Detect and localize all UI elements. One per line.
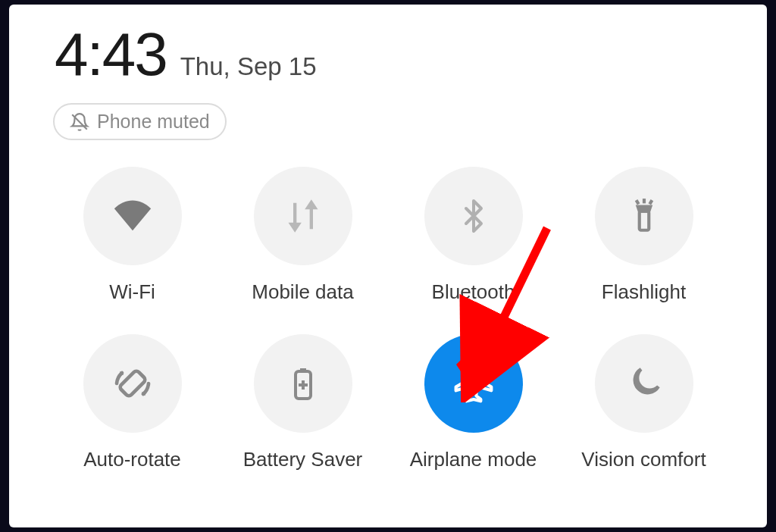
- bluetooth-toggle[interactable]: [424, 167, 523, 265]
- mobile-data-tile: Mobile data: [225, 167, 380, 304]
- status-header: 4:43 Thu, Sep 15: [55, 20, 729, 89]
- flashlight-tile: Flashlight: [566, 167, 721, 304]
- auto-rotate-toggle[interactable]: [83, 334, 182, 433]
- battery-saver-label: Battery Saver: [243, 448, 363, 471]
- auto-rotate-label: Auto-rotate: [83, 448, 181, 471]
- mobile-data-toggle[interactable]: [254, 167, 352, 265]
- auto-rotate-icon: [110, 361, 155, 406]
- quick-settings-grid: Wi-Fi Mobile data B: [47, 167, 729, 471]
- airplane-icon: [451, 361, 496, 406]
- svg-rect-1: [639, 211, 649, 230]
- vision-comfort-toggle[interactable]: [595, 334, 693, 433]
- clock-date: Thu, Sep 15: [180, 52, 317, 81]
- wifi-toggle[interactable]: [83, 167, 182, 265]
- clock-time: 4:43: [55, 20, 167, 89]
- muted-label: Phone muted: [97, 111, 210, 133]
- wifi-tile: Wi-Fi: [55, 167, 210, 304]
- wifi-icon: [110, 193, 155, 239]
- mobile-data-label: Mobile data: [252, 280, 353, 304]
- quick-settings-panel: 4:43 Thu, Sep 15 Phone muted Wi-Fi: [9, 5, 767, 527]
- airplane-mode-label: Airplane mode: [410, 448, 537, 471]
- svg-line-3: [636, 200, 638, 204]
- battery-saver-toggle[interactable]: [254, 334, 352, 433]
- phone-muted-chip[interactable]: Phone muted: [53, 103, 227, 140]
- battery-saver-icon: [280, 361, 326, 406]
- bluetooth-label: Bluetooth: [432, 280, 515, 304]
- vision-comfort-tile: Vision comfort: [566, 334, 721, 471]
- wifi-label: Wi-Fi: [109, 280, 155, 304]
- bluetooth-tile: Bluetooth: [396, 167, 551, 304]
- vision-comfort-label: Vision comfort: [581, 448, 706, 471]
- bluetooth-icon: [451, 193, 496, 239]
- svg-line-4: [649, 200, 652, 204]
- airplane-mode-toggle[interactable]: [424, 334, 523, 433]
- auto-rotate-tile: Auto-rotate: [55, 334, 210, 471]
- flashlight-icon: [621, 193, 667, 239]
- moon-icon: [621, 361, 667, 406]
- airplane-mode-tile: Airplane mode: [396, 334, 551, 471]
- mobile-data-icon: [280, 193, 326, 239]
- flashlight-toggle[interactable]: [595, 167, 693, 265]
- bell-muted-icon: [70, 112, 89, 132]
- flashlight-label: Flashlight: [602, 280, 686, 304]
- svg-rect-9: [300, 368, 306, 371]
- battery-saver-tile: Battery Saver: [225, 334, 380, 471]
